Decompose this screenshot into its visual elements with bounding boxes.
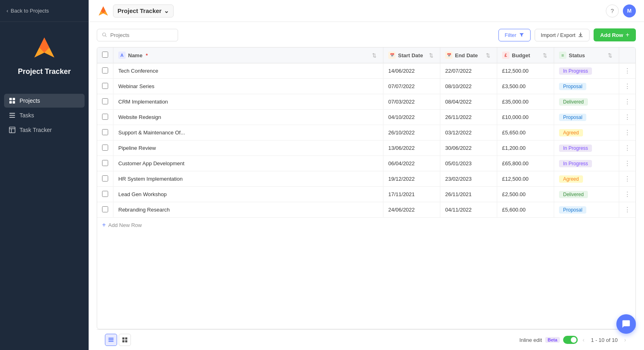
cell-end-date-8[interactable]: 26/11/2021 (440, 187, 497, 202)
cell-end-date-6[interactable]: 05/01/2023 (440, 156, 497, 171)
filter-button[interactable]: Filter (498, 29, 531, 41)
cell-budget-0[interactable]: £12,500.00 (497, 63, 554, 79)
search-input[interactable] (110, 32, 173, 38)
cell-status-8[interactable]: Delivered (554, 187, 619, 202)
cell-end-date-0[interactable]: 22/07/2022 (440, 63, 497, 79)
column-header-status[interactable]: ≡ Status ⇅ (554, 48, 619, 63)
cell-more-2[interactable]: ⋮ (619, 94, 636, 110)
cell-status-9[interactable]: Proposal (554, 202, 619, 218)
cell-name-8[interactable]: Lead Gen Workshop (113, 187, 383, 202)
cell-start-date-0[interactable]: 14/06/2022 (383, 63, 440, 79)
cell-end-date-9[interactable]: 04/11/2022 (440, 202, 497, 218)
col-end-date-expand[interactable]: ⇅ (484, 52, 492, 58)
col-name-expand[interactable]: ⇅ (370, 52, 378, 58)
row-checkbox-9[interactable] (102, 206, 108, 212)
cell-start-date-2[interactable]: 07/03/2022 (383, 94, 440, 110)
cell-start-date-9[interactable]: 24/06/2022 (383, 202, 440, 218)
cell-budget-1[interactable]: £3,500.00 (497, 79, 554, 94)
inline-edit-toggle[interactable] (563, 336, 578, 344)
sidebar-item-tasks[interactable]: Tasks (4, 108, 85, 122)
more-options-icon-6[interactable]: ⋮ (624, 160, 631, 167)
cell-name-7[interactable]: HR System Implementation (113, 171, 383, 187)
list-view-button[interactable] (105, 334, 117, 346)
cell-end-date-1[interactable]: 08/10/2022 (440, 79, 497, 94)
row-checkbox-3[interactable] (102, 114, 108, 120)
cell-budget-7[interactable]: £12,500.00 (497, 171, 554, 187)
col-start-date-expand[interactable]: ⇅ (427, 52, 435, 58)
prev-page-button[interactable]: ‹ (581, 335, 586, 345)
row-checkbox-5[interactable] (102, 145, 108, 151)
cell-more-3[interactable]: ⋮ (619, 110, 636, 125)
row-checkbox-4[interactable] (102, 129, 108, 135)
topbar-title-button[interactable]: Project Tracker ⌄ (113, 4, 174, 17)
cell-budget-5[interactable]: £1,200.00 (497, 140, 554, 156)
more-options-icon-2[interactable]: ⋮ (624, 98, 631, 106)
cell-start-date-6[interactable]: 06/04/2022 (383, 156, 440, 171)
cell-budget-9[interactable]: £5,600.00 (497, 202, 554, 218)
cell-end-date-5[interactable]: 30/06/2022 (440, 140, 497, 156)
select-all-checkbox[interactable] (102, 52, 108, 58)
cell-status-5[interactable]: In Progress (554, 140, 619, 156)
cell-budget-6[interactable]: £65,800.00 (497, 156, 554, 171)
cell-name-2[interactable]: CRM Implementation (113, 94, 383, 110)
col-status-expand[interactable]: ⇅ (606, 52, 614, 58)
cell-status-7[interactable]: Agreed (554, 171, 619, 187)
add-row-button[interactable]: Add Row + (594, 28, 636, 41)
next-page-button[interactable]: › (622, 335, 628, 345)
cell-status-1[interactable]: Proposal (554, 79, 619, 94)
cell-status-6[interactable]: In Progress (554, 156, 619, 171)
cell-status-4[interactable]: Agreed (554, 125, 619, 140)
cell-more-4[interactable]: ⋮ (619, 125, 636, 140)
cell-name-9[interactable]: Rebranding Research (113, 202, 383, 218)
cell-end-date-3[interactable]: 26/11/2022 (440, 110, 497, 125)
sidebar-item-projects[interactable]: Projects (4, 94, 85, 108)
cell-start-date-8[interactable]: 17/11/2021 (383, 187, 440, 202)
row-checkbox-8[interactable] (102, 191, 108, 197)
more-options-icon-1[interactable]: ⋮ (624, 82, 631, 90)
cell-more-5[interactable]: ⋮ (619, 140, 636, 156)
cell-status-3[interactable]: Proposal (554, 110, 619, 125)
cell-budget-8[interactable]: £2,500.00 (497, 187, 554, 202)
cell-more-7[interactable]: ⋮ (619, 171, 636, 187)
search-box[interactable] (97, 29, 178, 41)
more-options-icon-9[interactable]: ⋮ (624, 206, 631, 214)
cell-more-9[interactable]: ⋮ (619, 202, 636, 218)
import-export-button[interactable]: Import / Export (535, 29, 590, 41)
col-budget-expand[interactable]: ⇅ (541, 52, 549, 58)
more-options-icon-8[interactable]: ⋮ (624, 190, 631, 198)
cell-status-2[interactable]: Delivered (554, 94, 619, 110)
cell-start-date-7[interactable]: 19/12/2022 (383, 171, 440, 187)
grid-view-button[interactable] (119, 334, 131, 346)
cell-name-4[interactable]: Support & Maintenance Of... (113, 125, 383, 140)
cell-end-date-2[interactable]: 08/04/2022 (440, 94, 497, 110)
cell-name-6[interactable]: Customer App Development (113, 156, 383, 171)
column-header-end-date[interactable]: 📅 End Date ⇅ (440, 48, 497, 63)
cell-budget-3[interactable]: £10,000.00 (497, 110, 554, 125)
more-options-icon-0[interactable]: ⋮ (624, 67, 631, 75)
cell-name-0[interactable]: Tech Conference (113, 63, 383, 79)
more-options-icon-3[interactable]: ⋮ (624, 113, 631, 121)
cell-status-0[interactable]: In Progress (554, 63, 619, 79)
cell-name-3[interactable]: Website Redesign (113, 110, 383, 125)
column-header-name[interactable]: A Name * ⇅ (113, 48, 383, 63)
user-avatar[interactable]: M (623, 4, 636, 17)
more-options-icon-7[interactable]: ⋮ (624, 175, 631, 183)
row-checkbox-1[interactable] (102, 83, 108, 89)
add-new-row-button[interactable]: + Add New Row (97, 217, 635, 232)
cell-end-date-4[interactable]: 03/12/2022 (440, 125, 497, 140)
more-options-icon-5[interactable]: ⋮ (624, 144, 631, 152)
cell-more-8[interactable]: ⋮ (619, 187, 636, 202)
cell-more-6[interactable]: ⋮ (619, 156, 636, 171)
column-header-budget[interactable]: £ Budget ⇅ (497, 48, 554, 63)
back-to-projects-button[interactable]: ‹ Back to Projects (7, 8, 49, 14)
row-checkbox-6[interactable] (102, 160, 108, 166)
cell-more-1[interactable]: ⋮ (619, 79, 636, 94)
row-checkbox-0[interactable] (102, 67, 108, 73)
chat-fab-button[interactable] (616, 314, 636, 334)
help-button[interactable]: ? (606, 4, 619, 17)
cell-start-date-5[interactable]: 13/06/2022 (383, 140, 440, 156)
cell-name-5[interactable]: Pipeline Review (113, 140, 383, 156)
cell-end-date-7[interactable]: 23/02/2023 (440, 171, 497, 187)
cell-start-date-1[interactable]: 07/07/2022 (383, 79, 440, 94)
row-checkbox-2[interactable] (102, 98, 108, 104)
